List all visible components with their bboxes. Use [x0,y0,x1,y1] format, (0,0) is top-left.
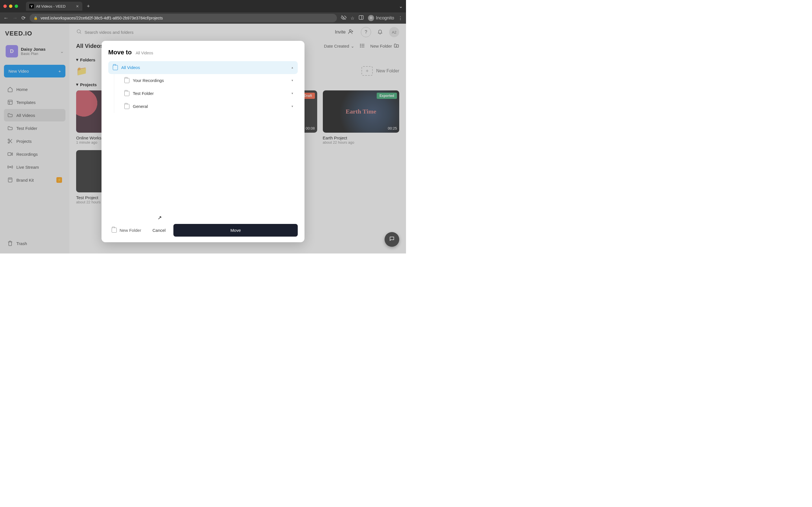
minimize-window-button[interactable] [9,4,12,8]
modal-breadcrumb: All Videos [136,51,153,55]
tab-favicon: V [29,4,34,8]
caret-up-icon: ▴ [292,66,293,69]
caret-down-icon: ▾ [292,105,293,108]
folder-icon [124,104,130,109]
forward-button[interactable]: → [12,15,17,21]
incognito-icon [368,15,374,21]
modal-new-folder-label: New Folder [119,228,141,233]
kebab-menu-icon[interactable]: ⋮ [398,15,403,21]
lock-icon: 🔒 [34,16,38,20]
folder-icon [124,78,130,83]
browser-toolbar: ← → ⟳ 🔒 veed.io/workspaces/22ce6d2f-38c5… [0,12,406,24]
modal-title: Move to [108,49,132,56]
new-tab-button[interactable]: + [87,3,90,9]
close-tab-icon[interactable]: ✕ [76,4,79,8]
tree-item-child[interactable]: Test Folder ▾ [120,87,298,100]
modal-new-folder-button[interactable]: New Folder [108,225,145,235]
app-root: VEED.IO D Daisy Jonas Basic Plan ⌄ New V… [0,24,406,253]
tree-item-child[interactable]: General ▾ [120,100,298,113]
tree-item-label: Test Folder [133,91,154,96]
window-controls [3,4,18,8]
caret-down-icon: ▾ [292,78,293,82]
move-to-modal: Move to All Videos All Videos ▴ Your Rec… [101,41,305,242]
browser-tab-strip: V All Videos - VEED ✕ + ⌄ [0,0,406,12]
folder-icon [112,228,117,233]
svg-point-3 [371,18,372,18]
caret-down-icon: ▾ [292,92,293,95]
folder-icon [124,91,130,96]
browser-tab[interactable]: V All Videos - VEED ✕ [26,2,82,11]
reload-button[interactable]: ⟳ [21,15,26,21]
tree-item-child[interactable]: Your Recordings ▾ [120,74,298,87]
close-window-button[interactable] [3,4,7,8]
tree-item-label: General [133,104,148,109]
folder-icon [113,65,118,70]
svg-point-2 [370,18,371,18]
incognito-indicator[interactable]: Incognito [368,15,394,21]
panel-icon[interactable] [358,15,364,21]
folder-tree: All Videos ▴ Your Recordings ▾ Test Fold… [108,61,298,219]
move-button[interactable]: Move [173,224,298,237]
chat-fab[interactable] [385,232,399,247]
url-text: veed.io/workspaces/22ce6d2f-38c5-4df1-a8… [41,16,163,20]
cancel-button[interactable]: Cancel [147,224,171,236]
star-icon[interactable]: ☆ [350,15,354,21]
incognito-label: Incognito [376,15,394,20]
tree-item-root[interactable]: All Videos ▴ [108,61,298,74]
address-bar[interactable]: 🔒 veed.io/workspaces/22ce6d2f-38c5-4df1-… [30,14,337,22]
eye-off-icon[interactable] [341,15,347,21]
maximize-window-button[interactable] [15,4,18,8]
back-button[interactable]: ← [3,15,8,21]
modal-overlay[interactable]: Move to All Videos All Videos ▴ Your Rec… [0,24,406,253]
tree-item-label: Your Recordings [133,78,164,83]
tab-title: All Videos - VEED [36,4,66,8]
chat-icon [389,236,395,243]
tree-item-label: All Videos [121,65,140,70]
svg-rect-0 [359,15,363,19]
tab-overflow-icon[interactable]: ⌄ [399,4,403,9]
